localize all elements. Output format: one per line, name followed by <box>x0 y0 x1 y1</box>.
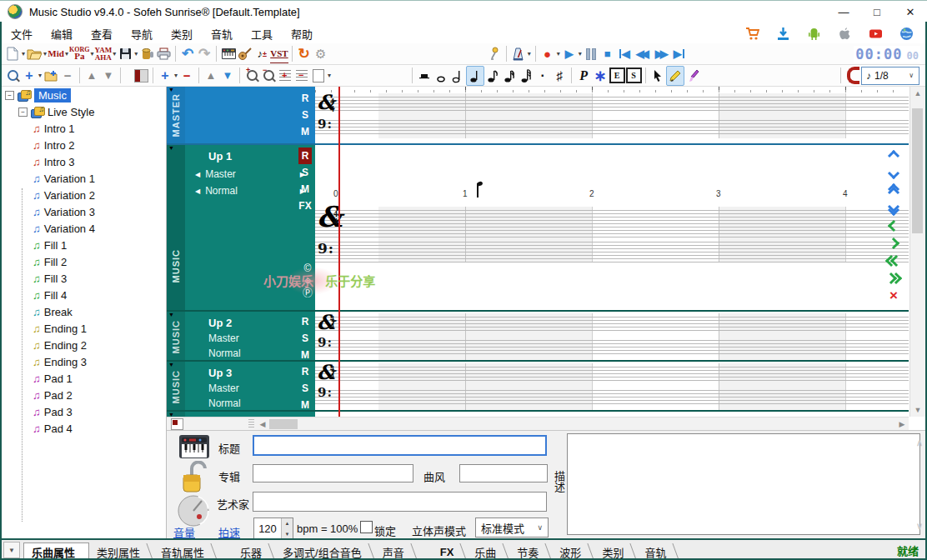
add-track-button[interactable]: + <box>157 67 173 85</box>
track-name[interactable]: Up 3 <box>208 367 232 379</box>
track-name[interactable]: Up 1 <box>208 150 232 162</box>
tree-item[interactable]: ♫Intro 2 <box>2 137 166 153</box>
tree-item[interactable]: ♫Variation 4 <box>2 220 166 237</box>
record-caret[interactable]: ▾ <box>557 50 560 58</box>
note-sixteenth-button[interactable] <box>501 67 518 85</box>
tempo-value[interactable]: 120 <box>254 518 281 539</box>
scroll-left-arrow[interactable]: ◀ <box>256 418 269 430</box>
tempo-up-button[interactable]: ▲ <box>282 518 293 529</box>
tree-item[interactable]: ♫Ending 2 <box>2 337 166 353</box>
import-korg-caret[interactable]: ▾ <box>91 50 94 58</box>
zoom-in-button[interactable]: + <box>243 67 260 85</box>
fast-forward-button[interactable]: ▶▶ <box>652 45 669 63</box>
note-thirtysecond-button[interactable] <box>518 67 534 85</box>
remove-track-button[interactable]: − <box>178 67 195 85</box>
track-name[interactable]: Up 2 <box>208 317 232 329</box>
master-mute-button[interactable]: M <box>298 123 312 140</box>
up1-staff-area[interactable]: 0 1 2 3 4 & 44 9: <box>315 145 909 312</box>
tuplet-button[interactable]: ∗ <box>592 67 609 85</box>
import-yamaha-button[interactable]: YAMAHA <box>95 45 113 63</box>
bus-selector[interactable]: ◀ Master ▶ <box>195 168 305 180</box>
textarea-scroll-down-icon[interactable]: ∨ <box>916 521 923 532</box>
record-button[interactable]: ● <box>539 45 556 63</box>
tree-item[interactable]: ♫Intro 1 <box>2 120 166 137</box>
metronome-button[interactable] <box>510 45 527 63</box>
guitar-button[interactable] <box>237 45 253 63</box>
stop-button[interactable]: ■ <box>599 45 616 63</box>
duplicate-category-button[interactable] <box>43 67 59 85</box>
tree-item[interactable]: ♫Fill 2 <box>2 253 166 270</box>
menu-category[interactable]: 类别 <box>162 23 202 44</box>
album-input[interactable] <box>253 464 413 482</box>
menu-track[interactable]: 音轨 <box>202 23 242 44</box>
tree-item-live-style[interactable]: Live Style <box>48 106 94 118</box>
up1-solo-button[interactable]: S <box>298 164 312 181</box>
nav-close-button[interactable]: × <box>885 288 902 302</box>
vertical-scrollbar[interactable]: ▲ ▼ <box>909 87 925 417</box>
nav-left-button[interactable] <box>885 218 902 232</box>
playhead-line[interactable] <box>338 87 340 417</box>
save-button[interactable] <box>117 45 133 63</box>
tree-item[interactable]: ♫Pad 3 <box>2 403 166 420</box>
title-input[interactable] <box>253 435 547 456</box>
stereo-mode-select[interactable]: 标准模式 ∨ <box>475 518 549 538</box>
close-button[interactable]: ✕ <box>894 1 927 22</box>
tree-item[interactable]: ♫Fill 1 <box>2 237 166 253</box>
add-category-caret[interactable]: ▾ <box>38 72 42 79</box>
brush-tool-button[interactable] <box>684 67 701 85</box>
up3-solo-button[interactable]: S <box>298 380 312 397</box>
tab-sound[interactable]: 声音 <box>375 543 418 560</box>
expression-button[interactable]: E <box>609 67 625 85</box>
menu-help[interactable]: 帮助 <box>282 23 322 44</box>
master-strip[interactable]: ▼ MASTER <box>167 87 185 143</box>
note-half-button[interactable] <box>449 67 466 85</box>
note-eighth-button[interactable] <box>484 67 501 85</box>
tab-track-properties[interactable]: 音轨属性 <box>153 543 218 560</box>
lock-checkbox[interactable] <box>360 521 373 533</box>
microphone-button[interactable] <box>486 45 503 63</box>
up1-strip[interactable]: ▼ MUSIC <box>167 145 185 312</box>
horizontal-scroll-thumb[interactable] <box>269 419 298 429</box>
tree-item[interactable]: ♫Pad 4 <box>2 420 166 437</box>
note-quarter-button[interactable] <box>466 66 484 86</box>
master-staff-area[interactable]: & 44 9: <box>315 87 909 143</box>
sustain-button[interactable]: S <box>625 67 642 85</box>
splitter-handle[interactable] <box>248 419 254 429</box>
tree-item[interactable]: ♫Pad 1 <box>2 370 166 387</box>
prev-arrow-icon[interactable]: ◀ <box>195 188 200 195</box>
open-file-button[interactable] <box>26 45 43 63</box>
horizontal-scrollbar[interactable]: ◀ ▶ <box>167 417 909 430</box>
vertical-scroll-thumb[interactable] <box>912 108 923 233</box>
piano-keyboard-button[interactable] <box>220 45 237 63</box>
collapse-staff-button[interactable]: − <box>293 67 310 85</box>
transpose-note-button[interactable]: ♪± <box>253 45 270 63</box>
collapse-triangle-icon[interactable]: ▼ <box>168 362 174 368</box>
add-track-caret[interactable]: ▾ <box>174 72 178 79</box>
view-options-button[interactable] <box>310 67 327 85</box>
volume-knob-icon[interactable] <box>177 494 210 528</box>
description-textarea[interactable] <box>567 433 920 535</box>
download-icon[interactable] <box>776 27 790 41</box>
up2-solo-button[interactable]: S <box>298 330 312 347</box>
expand-staff-button[interactable]: + <box>277 67 293 85</box>
redo-button[interactable]: ↷ <box>196 45 213 63</box>
panel-layout-button[interactable] <box>133 67 149 85</box>
import-midi-caret[interactable]: ▾ <box>65 50 68 58</box>
collapse-icon[interactable]: − <box>5 91 14 100</box>
metronome-caret[interactable]: ▾ <box>528 50 531 58</box>
tree-item-music[interactable]: Music <box>34 88 71 102</box>
scroll-down-arrow[interactable]: ▼ <box>910 403 925 417</box>
tab-instrument[interactable]: 乐器 <box>233 543 275 560</box>
tab-category[interactable]: 类别 <box>594 543 637 560</box>
tree-item[interactable]: ♫Fill 4 <box>2 287 166 303</box>
print-button[interactable] <box>155 45 172 63</box>
export-audio-button[interactable] <box>138 45 155 63</box>
up2-strip[interactable]: ▼ MUSIC <box>167 312 185 362</box>
import-korg-pa-button[interactable]: KORGPa <box>69 45 89 63</box>
up1-fx-button[interactable]: FX <box>298 198 312 214</box>
select-cursor-button[interactable] <box>649 67 666 85</box>
globe-icon[interactable] <box>899 27 914 41</box>
note-dot-button[interactable]: · <box>534 67 551 85</box>
refresh-button[interactable]: ↻ <box>296 45 313 63</box>
remove-category-button[interactable]: − <box>59 67 76 85</box>
